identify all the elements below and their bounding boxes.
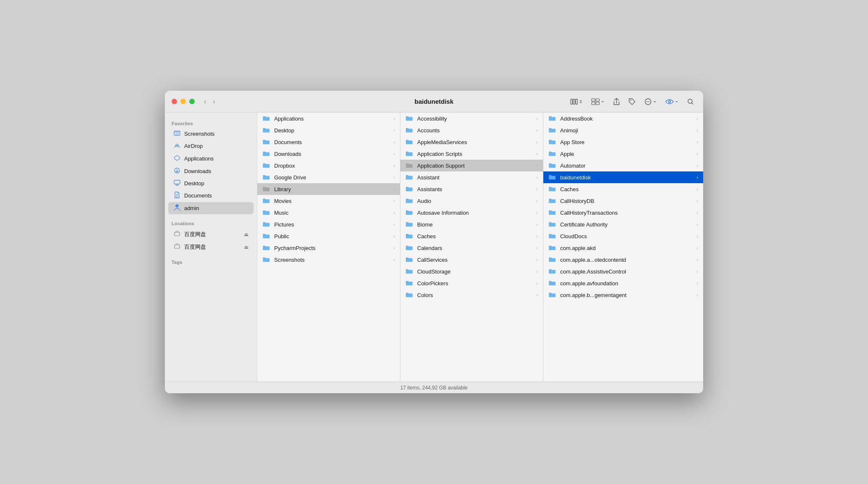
eject-button-2[interactable]: ⏏	[244, 244, 249, 250]
folder-icon-assistants	[405, 186, 414, 192]
folder-icon-cert-authority	[548, 221, 557, 228]
col-item-colorpickers[interactable]: ColorPickers ›	[400, 277, 543, 289]
eye-button[interactable]	[663, 97, 681, 106]
col-item-biome[interactable]: Biome ›	[400, 218, 543, 230]
chevron-movies: ›	[393, 198, 395, 203]
view-grid-button[interactable]	[589, 97, 607, 107]
col-item-cloudstorage[interactable]: CloudStorage ›	[400, 266, 543, 277]
view-columns-button[interactable]	[568, 97, 585, 107]
col-item-desktop[interactable]: Desktop ›	[257, 124, 400, 136]
col-item-com-apple-avfoundation[interactable]: com.apple.avfoundation ›	[543, 277, 703, 289]
tag-button[interactable]	[626, 96, 638, 107]
nav-buttons: ‹ ›	[201, 96, 218, 107]
svg-rect-4	[596, 99, 599, 101]
folder-icon-colorpickers	[405, 280, 414, 287]
folder-icon-com-apple-bgmt	[548, 292, 557, 298]
folder-icon-dropbox	[262, 162, 271, 169]
search-icon	[687, 98, 694, 105]
col-item-documents[interactable]: Documents ›	[257, 136, 400, 148]
svg-point-9	[646, 101, 647, 102]
col-item-movies[interactable]: Movies ›	[257, 195, 400, 207]
col-item-library[interactable]: Library ›	[257, 183, 400, 195]
col-item-callhistorydb[interactable]: CallHistoryDB ›	[543, 195, 703, 207]
col-item-caches[interactable]: Caches ›	[543, 183, 703, 195]
col-item-assistant[interactable]: Assistant ›	[400, 171, 543, 183]
sidebar-item-downloads[interactable]: Downloads	[168, 165, 254, 177]
col-item-accounts[interactable]: Accounts ›	[400, 124, 543, 136]
folder-icon-colors	[405, 292, 414, 298]
col-item-audio[interactable]: Audio ›	[400, 195, 543, 207]
search-button[interactable]	[685, 97, 696, 107]
chevron-app-store: ›	[696, 139, 698, 145]
col-item-google-drive[interactable]: Google Drive ›	[257, 171, 400, 183]
svg-rect-1	[573, 99, 575, 104]
col-item-public[interactable]: Public ›	[257, 230, 400, 242]
col-item-colors[interactable]: Colors ›	[400, 289, 543, 301]
col-item-baidunetdisk[interactable]: baidunetdisk ›	[543, 171, 703, 183]
eject-button-1[interactable]: ⏏	[244, 231, 249, 237]
col-item-apple-media[interactable]: AppleMediaServices ›	[400, 136, 543, 148]
sidebar-item-desktop[interactable]: Desktop	[168, 178, 254, 189]
col-item-label-cert-authority: Certificate Authority	[560, 221, 695, 228]
col-item-downloads[interactable]: Downloads ›	[257, 148, 400, 160]
chevron-callhistorydb: ›	[696, 198, 698, 203]
col-item-label-pictures: Pictures	[274, 221, 392, 228]
share-button[interactable]	[611, 96, 622, 107]
documents-icon	[173, 192, 181, 200]
col-item-com-apple-aotedcontentd[interactable]: com.apple.a...otedcontentd ›	[543, 254, 703, 266]
col-item-app-support[interactable]: Application Support ›	[400, 160, 543, 171]
col-item-com-apple-assistive[interactable]: com.apple.AssistiveControl ›	[543, 266, 703, 277]
col-item-apple[interactable]: Apple ›	[543, 148, 703, 160]
sidebar-item-applications[interactable]: Applications	[168, 153, 254, 165]
col-item-accessibility[interactable]: Accessibility ›	[400, 113, 543, 124]
col-item-screenshots[interactable]: Screenshots ›	[257, 254, 400, 266]
col-item-animoji[interactable]: Animoji ›	[543, 124, 703, 136]
folder-icon-apple	[548, 150, 557, 157]
forward-button[interactable]: ›	[210, 96, 217, 107]
col-item-dropbox[interactable]: Dropbox ›	[257, 160, 400, 171]
col-item-automator[interactable]: Automator ›	[543, 160, 703, 171]
airdrop-icon	[173, 142, 181, 150]
col-item-label-app-store: App Store	[560, 139, 695, 145]
col-item-callservices[interactable]: CallServices ›	[400, 254, 543, 266]
col-item-label-library: Library	[274, 186, 392, 192]
chevron-music: ›	[393, 210, 395, 215]
col-item-app-scripts[interactable]: Application Scripts ›	[400, 148, 543, 160]
sidebar-item-admin[interactable]: admin	[168, 202, 254, 214]
col-item-com-apple-akd[interactable]: com.apple.akd ›	[543, 242, 703, 254]
col-item-pictures[interactable]: Pictures ›	[257, 218, 400, 230]
col-item-autosave[interactable]: Autosave Information ›	[400, 207, 543, 218]
col-item-assistants[interactable]: Assistants ›	[400, 183, 543, 195]
col-item-addressbook[interactable]: AddressBook ›	[543, 113, 703, 124]
col-item-label-callhistorydb: CallHistoryDB	[560, 198, 695, 204]
col-item-applications[interactable]: Applications ›	[257, 113, 400, 124]
svg-rect-20	[175, 245, 180, 248]
sidebar-item-baidu2[interactable]: 百度网盘 ⏏	[168, 241, 254, 253]
col-item-clouddocs[interactable]: CloudDocs ›	[543, 230, 703, 242]
sidebar-item-documents[interactable]: Documents	[168, 189, 254, 202]
sidebar-item-baidu1[interactable]: 百度网盘 ⏏	[168, 228, 254, 240]
chevron-up-down-icon	[579, 100, 583, 104]
col-item-callhistorytx[interactable]: CallHistoryTransactions ›	[543, 207, 703, 218]
sidebar-item-airdrop[interactable]: AirDrop	[168, 140, 254, 152]
col-item-label-movies: Movies	[274, 198, 392, 204]
col-item-com-apple-bgmt[interactable]: com.apple.b...gementagent ›	[543, 289, 703, 301]
col-item-calendars[interactable]: Calendars ›	[400, 242, 543, 254]
close-button[interactable]	[172, 99, 177, 104]
chevron-assistants: ›	[536, 187, 538, 192]
svg-point-11	[649, 101, 650, 102]
chevron-desktop: ›	[393, 128, 395, 133]
col-item-cert-authority[interactable]: Certificate Authority ›	[543, 218, 703, 230]
titlebar: ‹ › baidunetdisk	[165, 91, 703, 113]
chevron-cloudstorage: ›	[536, 269, 538, 274]
col-item-caches[interactable]: Caches ›	[400, 230, 543, 242]
col-item-music[interactable]: Music ›	[257, 207, 400, 218]
more-button[interactable]	[642, 96, 659, 107]
maximize-button[interactable]	[189, 99, 195, 104]
sidebar-item-screenshots[interactable]: Screenshots	[168, 128, 254, 139]
back-button[interactable]: ‹	[201, 96, 209, 107]
col-item-label-desktop: Desktop	[274, 127, 392, 134]
col-item-pycharm[interactable]: PycharmProjects ›	[257, 242, 400, 254]
col-item-app-store[interactable]: App Store ›	[543, 136, 703, 148]
minimize-button[interactable]	[180, 99, 186, 104]
